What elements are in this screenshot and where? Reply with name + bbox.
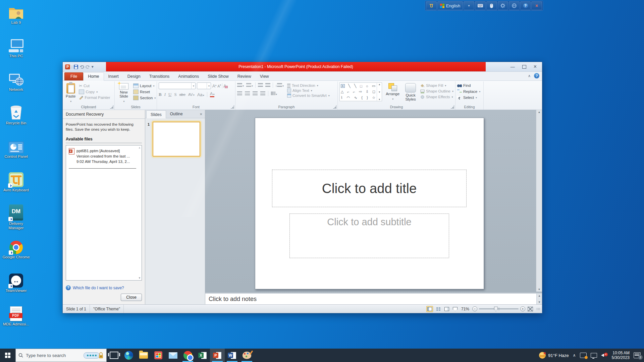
zoom-out-button[interactable]: − [472,306,477,311]
taskbar-search-box[interactable]: Type here to search [15,349,107,362]
language-bar-help-button[interactable]: ? [520,1,531,10]
scroll-down-icon[interactable]: ▼ [538,288,541,291]
screen-cast-tray-icon[interactable] [580,353,587,358]
section-button[interactable]: Section [133,96,156,100]
paste-button[interactable]: Paste [64,82,77,104]
save-button[interactable] [74,65,78,69]
tab-slide-show[interactable]: Slide Show [203,73,233,80]
notes-scroll-up-icon[interactable]: ▲ [538,294,541,297]
cut-button[interactable]: ✂Cut [79,83,110,88]
align-left-button[interactable] [237,91,242,96]
desktop-icon-recycle-bin[interactable]: Recycle Bin [2,105,30,138]
slide-canvas[interactable]: Click to add title Click to add subtitle [255,118,484,289]
select-button[interactable]: Select [457,96,482,100]
reset-button[interactable]: Reset [133,89,156,94]
drawing-dialog-launcher[interactable] [451,105,454,109]
numbering-button[interactable] [246,83,253,88]
taskbar-file-explorer[interactable] [136,349,151,362]
list-scroll-down-icon[interactable]: ▼ [138,277,141,280]
font-color-button[interactable]: A [210,92,215,97]
new-slide-button[interactable]: New Slide [116,82,131,104]
desktop-icon-lab9[interactable]: Lab 9 [2,4,30,38]
tab-home[interactable]: Home [83,72,104,81]
text-direction-button[interactable]: Text Direction [287,83,330,87]
language-dropdown-button[interactable]: ▾ [464,1,474,10]
list-scroll-up-icon[interactable]: ▲ [138,146,141,149]
title-placeholder[interactable]: Click to add title [272,170,467,207]
keyboard-layout-button[interactable] [475,1,486,10]
which-file-help-link[interactable]: ? Which file do I want to save? [66,285,142,290]
desktop-icon-google-chrome[interactable]: Google Chrome [2,239,30,272]
desktop-icon-delivery-manager[interactable]: DM Delivery Manager [2,205,30,239]
increase-indent-button[interactable] [265,83,270,88]
tab-transitions[interactable]: Transitions [145,73,174,80]
columns-button[interactable] [271,91,277,96]
settings-gear-button[interactable] [498,1,508,10]
qat-customize-dropdown[interactable]: ▾ [92,65,94,69]
display-tray-icon[interactable] [591,353,597,358]
language-bar-close-button[interactable]: × [531,1,542,10]
change-case-button[interactable]: Aa [197,92,204,97]
align-center-button[interactable] [245,91,250,96]
tab-view[interactable]: View [256,73,273,80]
underline-button[interactable]: U [168,92,171,97]
paragraph-dialog-launcher[interactable] [333,105,336,109]
recovery-close-button[interactable]: Close [121,294,142,301]
tab-file[interactable]: File [64,72,83,80]
taskbar-paint[interactable] [239,349,254,362]
tab-insert[interactable]: Insert [104,73,123,80]
zoom-slider[interactable] [479,308,519,309]
shapes-gallery-scroll[interactable]: ▲▼▼ [377,83,382,101]
recovered-file-item[interactable]: ppt6B1.pptm [Autosaved] Version created … [69,148,136,164]
start-button[interactable] [0,349,15,362]
notes-scroll-down-icon[interactable]: ▼ [538,301,541,304]
tray-overflow-chevron[interactable]: ∧ [573,353,576,358]
shapes-gallery[interactable]: A╲╲□○▭ △⌐⌐⇨⇩◻ ⌇◠∿{}☆ ▲▼▼ [339,82,382,101]
vertical-scrollbar[interactable]: ▲ ▼ [536,110,542,292]
volume-muted-icon[interactable] [601,353,608,358]
justify-button[interactable] [260,91,265,96]
align-right-button[interactable] [253,91,258,96]
theme-indicator[interactable]: "Office Theme" [90,305,124,313]
replace-button[interactable]: Replace [457,89,482,94]
notes-pane[interactable]: Click to add notes [205,293,536,304]
font-dialog-launcher[interactable] [231,105,234,109]
taskbar-word[interactable]: W [225,349,239,362]
arrange-button[interactable]: Arrange [384,82,401,102]
taskbar-powerpoint[interactable]: P [210,349,225,362]
font-name-combo[interactable] [159,82,196,89]
action-center-icon[interactable]: 2 [634,352,641,358]
italic-button[interactable]: I [164,92,166,97]
desktop-icon-mde-admission-pdf[interactable]: PDF MDE Admissi... [2,306,30,339]
slide-indicator[interactable]: Slide 1 of 1 [63,305,90,313]
shape-fill-button[interactable]: Shape Fill [420,83,453,87]
decrease-indent-button[interactable] [258,83,263,88]
avro-toolbar-icon[interactable] [426,1,437,10]
help-icon[interactable]: ? [534,73,539,78]
subtitle-placeholder[interactable]: Click to add subtitle [289,214,449,258]
text-shadow-button[interactable]: S [174,92,176,97]
globe-button[interactable] [509,1,520,10]
bold-button[interactable]: B [159,92,162,97]
font-size-combo[interactable] [197,82,211,89]
align-text-button[interactable]: Align Text [287,88,330,93]
zoom-level-label[interactable]: 71% [461,307,469,311]
shrink-font-button[interactable]: A▾ [217,84,221,88]
mouse-tool-button[interactable] [486,1,497,10]
desktop-icon-avro-keyboard[interactable]: Avro Keyboard [2,172,30,205]
copy-button[interactable]: Copy [79,89,110,94]
taskbar-excel[interactable]: X [195,349,210,362]
grow-font-button[interactable]: A▴ [212,83,216,88]
convert-to-smartart-button[interactable]: Convert to SmartArt [287,94,330,98]
shape-effects-button[interactable]: Shape Effects [420,95,453,99]
desktop-icon-this-pc[interactable]: This PC [2,38,30,71]
tab-review[interactable]: Review [233,73,256,80]
notes-scrollbar[interactable]: ▲ ▼ [536,293,542,304]
outline-tab[interactable]: Outline [166,110,187,118]
character-spacing-button[interactable]: AV [188,93,195,97]
slide-sorter-view-button[interactable] [435,306,441,312]
slide-thumbnail[interactable] [153,122,200,157]
fit-slide-to-window-button[interactable] [528,307,533,311]
taskbar-edge[interactable] [121,349,136,362]
layout-button[interactable]: Layout [133,83,156,88]
